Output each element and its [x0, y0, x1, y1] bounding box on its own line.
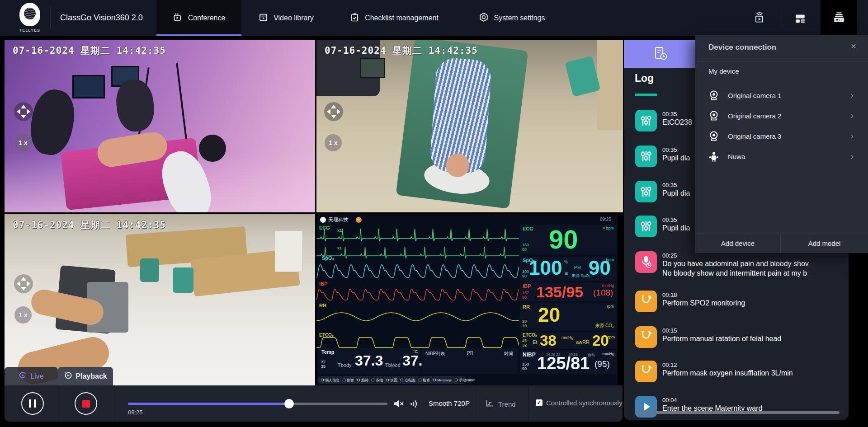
- menu-lines-icon: ≡: [565, 270, 568, 277]
- temp-box: Temp °C 3735 Tbody 37.3 Tblood 37.9: [319, 348, 420, 374]
- device-item-nuwa[interactable]: Nuwa ›: [695, 147, 868, 167]
- camera2-zoom-button[interactable]: 1 x: [325, 134, 342, 151]
- sync-checkbox[interactable]: ✓: [536, 399, 542, 406]
- stethoscope-icon: [635, 291, 657, 312]
- camera1-zoom-button[interactable]: 1 x: [14, 134, 32, 151]
- add-model-button[interactable]: Add model: [781, 234, 868, 253]
- nav-divider: [50, 7, 51, 29]
- mute-icon[interactable]: [392, 398, 405, 412]
- nibp-value-box: NIBP 14:26:22 00:38 自动 mmHg 15090 125/81…: [520, 350, 617, 374]
- my-device-section-label: My device: [708, 67, 739, 75]
- quality-selector[interactable]: Smooth 720P: [429, 399, 470, 407]
- patient-monitor-screen: 天堰科技 09:25 ECG x1 x1 SpO₂ IBP: [316, 214, 618, 385]
- camera1-pan-control[interactable]: [14, 102, 33, 122]
- brand-label: TELLYES: [16, 28, 43, 33]
- volume-waves-icon[interactable]: [409, 398, 419, 412]
- camera1-timestamp: 07-16-2024 星期二 14:42:35: [13, 44, 166, 57]
- playback-control-bar: 09:25 Smooth 720P Trend ✓ Controlled syn…: [5, 385, 623, 422]
- camera-feed-1: 07-16-2024 星期二 14:42:35 1 x: [5, 40, 315, 212]
- tab-conference-label: Conference: [188, 14, 226, 22]
- layout-icon: [794, 19, 807, 26]
- monitor-clock: 09:25: [600, 217, 611, 222]
- camera-feed-3: 07-16-2024 星期二 14:42:35 1 x: [5, 214, 315, 385]
- globe-icon: [24, 8, 36, 19]
- device-item-camera-1[interactable]: Original camera 1 ›: [695, 86, 868, 106]
- etco2-value: 38: [540, 332, 557, 349]
- tab-checklist-management[interactable]: Checklist management: [335, 0, 453, 36]
- tbody-value: 37.3: [355, 352, 383, 369]
- progress-thumb[interactable]: [284, 399, 294, 408]
- chevron-right-icon: ›: [850, 130, 854, 141]
- stream-button[interactable]: [753, 12, 766, 26]
- nibp-mean: (95): [594, 359, 610, 369]
- live-icon: [19, 371, 27, 381]
- stop-icon: [82, 400, 90, 408]
- close-icon[interactable]: ×: [851, 41, 856, 52]
- progress-fill: [128, 403, 289, 405]
- spo2-value-box: SpO₂ bpm 10090 100 % ≡ PR 来源 SpO₂ 90: [520, 257, 617, 281]
- parameter-sliders-icon: [635, 145, 657, 167]
- device-item-camera-2[interactable]: Original camera 2 ›: [695, 106, 868, 127]
- brand-logo: [19, 3, 40, 26]
- webcam-icon: [709, 90, 719, 103]
- camera2-timestamp: 07-16-2024 星期二 14:42:35: [325, 44, 478, 57]
- patient-monitor-feed: 天堰科技 09:25 ECG x1 x1 SpO₂ IBP: [316, 214, 623, 385]
- monitor-logo-icon: [320, 217, 326, 223]
- tab-system-settings[interactable]: System settings: [462, 0, 561, 36]
- device-connection-panel: Device connection × My device Original c…: [695, 35, 868, 253]
- conference-icon: [173, 12, 183, 24]
- tab-checklist-label: Checklist management: [365, 14, 439, 22]
- top-nav: TELLYES ClassGo Vision360 2.0 Conference…: [0, 0, 868, 36]
- video-library-icon: [259, 13, 268, 24]
- monitor-taskbar[interactable]: 病人信息 报警 趋势 冻结 设置 心电图 检查 Message 手动NIBP: [317, 376, 467, 384]
- rr-value-box: RR rpm 2010 20 来源 CO₂: [520, 303, 617, 331]
- etco2-waveform: [316, 334, 519, 350]
- play-icon: [635, 396, 657, 418]
- robot-icon: [709, 151, 719, 164]
- ibp-value-box: IBP mmHg 16790 135/95 (108): [520, 282, 617, 301]
- nav-icons-divider: [782, 10, 782, 26]
- sync-control[interactable]: ✓ Controlled synchronously: [536, 399, 622, 407]
- trend-button[interactable]: Trend: [485, 399, 516, 409]
- pause-icon: [29, 399, 36, 408]
- active-tab-underline: [156, 34, 241, 36]
- device-connection-button[interactable]: [821, 0, 857, 36]
- stethoscope-icon: [635, 361, 657, 382]
- monitor-brand: 天堰科技: [328, 216, 348, 223]
- log-clock-icon: [655, 47, 667, 63]
- parameter-sliders-icon: [635, 110, 657, 131]
- tab-conference[interactable]: Conference: [156, 0, 241, 36]
- spo2-value: 100: [529, 257, 562, 279]
- rr-waveform: [316, 308, 519, 326]
- log-title: Log: [635, 72, 654, 84]
- nibp-list-box: NIBP列表 PR 时间: [422, 348, 518, 374]
- camera2-pan-control[interactable]: [324, 102, 344, 122]
- camera3-zoom-button[interactable]: 1 x: [14, 306, 32, 324]
- layout-button[interactable]: [794, 12, 807, 27]
- chevron-right-icon: ›: [850, 110, 854, 121]
- sync-label: Controlled synchronously: [546, 399, 622, 407]
- ecg-waveform-1: [316, 226, 519, 244]
- etco2-value-box: ETCO₂ 4532 Et 38 mmHg awRR 20 rpm: [520, 332, 617, 349]
- nibp-value: 125/81: [537, 354, 590, 373]
- stethoscope-icon: [635, 326, 657, 348]
- playback-icon: [64, 371, 72, 381]
- tab-live[interactable]: Live: [5, 367, 58, 385]
- webcam-icon: [709, 131, 719, 144]
- tab-video-library[interactable]: Video library: [246, 0, 326, 36]
- ibp-value: 135/95: [536, 283, 583, 301]
- stop-record-button[interactable]: [75, 392, 97, 415]
- monitor-logo2-icon: [356, 217, 362, 223]
- add-device-button[interactable]: Add device: [695, 234, 780, 253]
- checklist-icon: [350, 13, 359, 24]
- tab-playback[interactable]: Playback: [58, 367, 113, 385]
- log-horizontal-scrollbar[interactable]: [635, 411, 840, 414]
- device-item-camera-3[interactable]: Original camera 3 ›: [695, 127, 868, 147]
- camera3-timestamp: 07-16-2024 星期二 14:42:35: [13, 219, 166, 231]
- device-panel-title: Device connection: [708, 43, 776, 52]
- progress-slider[interactable]: [128, 403, 387, 405]
- camera3-pan-control[interactable]: [14, 274, 33, 294]
- pause-button[interactable]: [21, 392, 44, 415]
- pr-value: 90: [589, 257, 611, 279]
- heart-icon: ♥: [603, 226, 605, 230]
